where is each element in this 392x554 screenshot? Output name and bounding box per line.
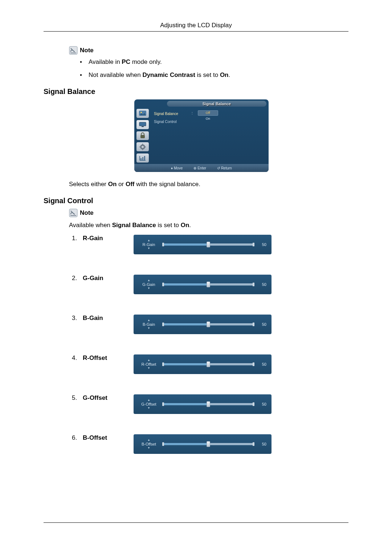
slider-track bbox=[163, 283, 253, 286]
osd-row-signal-balance: Signal Balance bbox=[154, 110, 187, 117]
list-item: 6. B-Offset ▲ B-Offset ▼ 50 bbox=[72, 434, 348, 454]
slider-card-g-offset: ▲ G-Offset ▼ 50 bbox=[134, 394, 271, 414]
osd-option-on: On bbox=[198, 116, 218, 121]
page-title: Adjusting the LCD Display bbox=[160, 22, 232, 29]
slider-card-r-offset: ▲ R-Offset ▼ 50 bbox=[134, 354, 271, 374]
svg-rect-3 bbox=[139, 122, 146, 126]
list-label-b-offset: B-Offset bbox=[83, 434, 134, 442]
triangle-up-icon: ▲ bbox=[147, 359, 150, 361]
slider-value: 50 bbox=[258, 282, 266, 287]
slider-track bbox=[163, 363, 253, 365]
svg-rect-14 bbox=[144, 156, 145, 160]
slider-name: B-Gain bbox=[143, 322, 155, 327]
note-icon bbox=[69, 209, 78, 217]
svg-point-2 bbox=[140, 112, 142, 113]
page-header: Adjusting the LCD Display bbox=[44, 22, 348, 32]
osd-footer: ♦ Move ⊕ Enter ↺ Return bbox=[134, 164, 269, 172]
svg-rect-5 bbox=[140, 135, 145, 138]
slider-name: B-Offset bbox=[142, 442, 156, 446]
triangle-down-icon: ▼ bbox=[147, 407, 150, 409]
slider-name: R-Gain bbox=[143, 242, 155, 247]
slider-thumb bbox=[207, 321, 210, 327]
triangle-up-icon: ▲ bbox=[147, 439, 150, 441]
svg-rect-12 bbox=[140, 158, 142, 160]
list-number: 5. bbox=[72, 394, 83, 402]
osd-footer-enter: ⊕ Enter bbox=[193, 166, 206, 170]
osd-tab-chart-icon bbox=[136, 153, 149, 163]
note-icon bbox=[69, 46, 78, 55]
note-label: Note bbox=[80, 209, 94, 217]
slider-card-g-gain: ▲ G-Gain ▼ 50 bbox=[134, 275, 271, 294]
footer-rule bbox=[44, 522, 348, 523]
slider-thumb bbox=[207, 242, 210, 247]
triangle-down-icon: ▼ bbox=[147, 327, 150, 329]
slider-track bbox=[163, 443, 253, 445]
bullet-item: • Available in PC mode only. bbox=[80, 58, 348, 66]
osd-footer-move: ♦ Move bbox=[171, 166, 183, 170]
slider-thumb bbox=[207, 361, 210, 367]
bullet-item: • Not available when Dynamic Contrast is… bbox=[80, 71, 348, 79]
list-number: 1. bbox=[72, 235, 83, 242]
list-item: 5. G-Offset ▲ G-Offset ▼ 50 bbox=[72, 394, 348, 414]
note-label: Note bbox=[80, 47, 94, 54]
osd-left-tabs bbox=[134, 107, 151, 163]
heading-signal-control: Signal Control bbox=[44, 197, 348, 205]
bullet-text: Available in PC mode only. bbox=[89, 58, 162, 66]
note-bullet-list: • Available in PC mode only. • Not avail… bbox=[80, 58, 348, 79]
osd-footer-return: ↺ Return bbox=[217, 166, 232, 170]
triangle-down-icon: ▼ bbox=[147, 447, 150, 449]
slider-value: 50 bbox=[258, 242, 266, 247]
slider-thumb bbox=[207, 441, 210, 447]
osd-option-off: Off bbox=[198, 110, 218, 116]
triangle-down-icon: ▼ bbox=[147, 247, 150, 250]
slider-name: G-Gain bbox=[142, 282, 155, 287]
signal-control-list: 1. R-Gain ▲ R-Gain ▼ 50 2. G-Gain ▲ G-Ga… bbox=[72, 235, 348, 454]
triangle-down-icon: ▼ bbox=[147, 367, 150, 369]
list-number: 2. bbox=[72, 275, 83, 282]
triangle-up-icon: ▲ bbox=[147, 319, 150, 321]
list-item: 2. G-Gain ▲ G-Gain ▼ 50 bbox=[72, 275, 348, 294]
list-item: 3. B-Gain ▲ B-Gain ▼ 50 bbox=[72, 315, 348, 334]
slider-name: G-Offset bbox=[141, 402, 156, 406]
slider-value: 50 bbox=[258, 442, 266, 446]
osd-tab-display-icon bbox=[136, 120, 149, 129]
heading-signal-balance: Signal Balance bbox=[44, 87, 348, 96]
triangle-up-icon: ▲ bbox=[147, 279, 150, 282]
list-label-g-offset: G-Offset bbox=[83, 394, 134, 402]
list-item: 4. R-Offset ▲ R-Offset ▼ 50 bbox=[72, 354, 348, 374]
slider-track bbox=[163, 403, 253, 405]
list-label-g-gain: G-Gain bbox=[83, 275, 134, 282]
list-label-b-gain: B-Gain bbox=[83, 315, 134, 322]
slider-track bbox=[163, 243, 253, 246]
bullet-text: Not available when Dynamic Contrast is s… bbox=[89, 71, 230, 79]
osd-tab-gear-icon bbox=[136, 142, 149, 151]
slider-card-b-offset: ▲ B-Offset ▼ 50 bbox=[134, 434, 271, 454]
list-label-r-gain: R-Gain bbox=[83, 235, 134, 242]
slider-name: R-Offset bbox=[142, 362, 156, 366]
slider-track bbox=[163, 323, 253, 325]
osd-signal-balance-screenshot: Signal Balance Signal Balance Signal Con… bbox=[134, 99, 269, 172]
osd-tab-lock-icon bbox=[136, 131, 149, 140]
note-row: Note bbox=[69, 46, 348, 55]
slider-value: 50 bbox=[258, 362, 266, 366]
bullet-dot-icon: • bbox=[80, 71, 82, 79]
signal-control-availability: Available when Signal Balance is set to … bbox=[69, 222, 348, 229]
triangle-up-icon: ▲ bbox=[147, 239, 150, 242]
slider-card-r-gain: ▲ R-Gain ▼ 50 bbox=[134, 235, 271, 254]
svg-point-7 bbox=[142, 146, 144, 148]
bullet-dot-icon: • bbox=[80, 58, 82, 66]
osd-row-signal-control: Signal Control bbox=[154, 118, 187, 125]
slider-card-b-gain: ▲ B-Gain ▼ 50 bbox=[134, 315, 271, 334]
slider-thumb bbox=[207, 282, 210, 287]
triangle-up-icon: ▲ bbox=[147, 399, 150, 401]
slider-value: 50 bbox=[258, 402, 266, 406]
signal-balance-description: Selects either On or Off with the signal… bbox=[69, 181, 348, 188]
note-row-2: Note bbox=[69, 209, 348, 217]
list-label-r-offset: R-Offset bbox=[83, 354, 134, 362]
list-item: 1. R-Gain ▲ R-Gain ▼ 50 bbox=[72, 235, 348, 254]
list-number: 4. bbox=[72, 354, 83, 362]
slider-value: 50 bbox=[258, 322, 266, 327]
triangle-down-icon: ▼ bbox=[147, 287, 150, 290]
list-number: 6. bbox=[72, 434, 83, 442]
osd-tab-picture-icon bbox=[136, 109, 149, 118]
